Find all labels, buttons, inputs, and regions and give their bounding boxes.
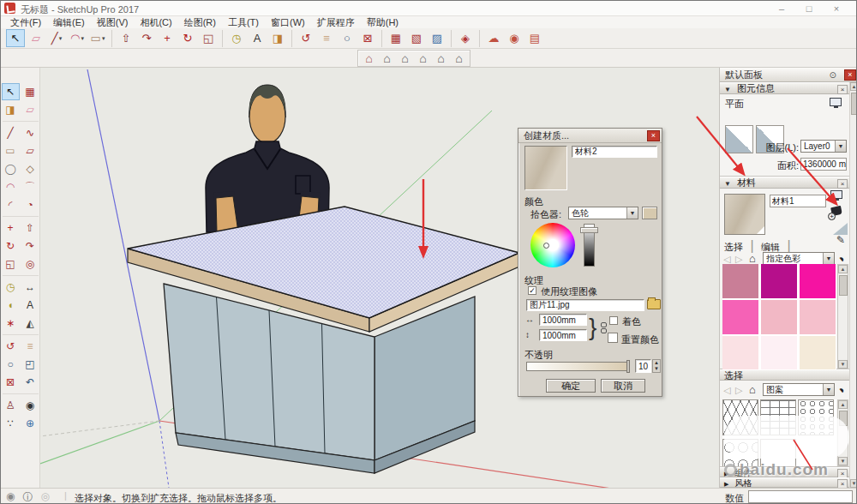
orbit-tool[interactable]: ↺ [297,29,315,47]
text-tool[interactable]: A [248,29,267,47]
chevron-down-icon[interactable]: ▼ [626,207,638,219]
menu-item-camera[interactable]: 相机(C) [134,16,177,28]
entity-info-header[interactable]: ▼ 图元信息 × [720,82,850,94]
material-swatch-9[interactable] [800,336,836,369]
material-swatch-2[interactable] [761,264,797,298]
component-attributes-tool[interactable]: ▨ [428,29,446,47]
front-view-tool[interactable]: ⌂ [396,51,414,66]
generate-report-tool[interactable]: ▤ [525,29,544,47]
orbit-tool[interactable]: ↺ [2,338,20,355]
collection-combobox[interactable]: 指定色彩 ▼ [763,252,835,265]
share-model-tool[interactable]: ☁ [484,29,503,47]
value-slider-handle[interactable] [580,227,598,233]
menu-item-tools[interactable]: 工具(T) [222,16,265,28]
opacity-slider-thumb[interactable] [626,360,630,373]
material-name-input[interactable] [572,146,657,158]
look-around-tool[interactable]: ◉ [21,397,39,414]
make-component-tool[interactable]: ▦ [21,83,39,100]
back-icon[interactable]: ◁ [723,385,730,396]
texture-file-input[interactable] [526,299,644,311]
move-tool[interactable]: + [158,29,177,47]
toggle-pane-icon[interactable] [830,98,842,106]
iso-view-tool[interactable]: ⌂ [360,51,378,66]
circle-tool[interactable]: ◯ [2,160,20,177]
scroll-thumb[interactable] [851,93,857,115]
home-icon[interactable]: ⌂ [749,383,756,396]
picker-combobox[interactable]: 色轮 ▼ [568,207,638,219]
aspect-lock-icon[interactable] [601,322,607,334]
use-texture-checkbox[interactable]: ✓ [528,286,536,295]
rectangle-tool[interactable]: ▭ [2,142,20,159]
chevron-down-icon[interactable]: ▼ [823,384,834,395]
materials-header[interactable]: ▼ 材料 × [720,177,850,189]
menu-item-window[interactable]: 窗口(W) [265,16,311,28]
tape-measure-tool[interactable]: ◷ [2,279,20,296]
chevron-down-icon[interactable]: ▼ [823,253,834,264]
color-wheel-marker[interactable] [543,243,549,249]
material-swatch-4[interactable] [722,300,758,334]
male-figure[interactable] [206,85,329,232]
zoom-window-tool[interactable]: ◰ [21,356,39,373]
material-swatch-6[interactable] [800,300,836,334]
tray-close-icon[interactable]: × [844,69,856,81]
scroll-up-icon[interactable]: ▲ [838,265,848,273]
push-pull-tool[interactable]: ⇧ [117,29,135,47]
menu-item-extensions[interactable]: 扩展程序 [311,16,361,28]
menu-item-help[interactable]: 帮助(H) [361,16,405,28]
material-swatch-5[interactable] [761,300,797,334]
pan-tool[interactable]: ≡ [317,29,336,47]
zoom-extents-tool[interactable]: ⊠ [358,29,377,47]
material-swatch-8[interactable] [761,336,797,369]
cancel-button[interactable]: 取消 [601,379,645,393]
move-tool[interactable]: + [2,219,20,237]
right-view-tool[interactable]: ⌂ [414,51,432,66]
scroll-up-icon[interactable]: ▲ [850,82,857,91]
protractor-tool[interactable]: ◖ [2,297,20,314]
arc-tool[interactable]: ◠▾ [68,29,87,47]
3d-text-tool[interactable]: ◭ [21,315,39,332]
rectangle-dropdown-icon[interactable]: ▾ [102,35,105,42]
zoom-tool[interactable]: ○ [338,29,357,47]
ok-button[interactable]: 确定 [546,379,596,393]
credits-status-icon[interactable]: ⓘ [22,490,33,504]
rotate-tool[interactable]: ↻ [2,237,20,255]
dialog-title[interactable]: 创建材质... [518,129,662,143]
secondary-pane-header[interactable]: 选择 [720,369,850,381]
make-component-tool[interactable]: ▦ [387,29,405,47]
pie-tool[interactable]: ◔ [21,196,39,213]
follow-me-tool[interactable]: ↷ [137,29,156,47]
opacity-slider[interactable] [526,362,629,371]
material-swatch-7[interactable] [722,336,758,369]
scroll-down-icon[interactable]: ▼ [838,360,848,369]
back-view-tool[interactable]: ⌂ [432,51,450,66]
tray-header[interactable]: 默认面板 ⊙ × [720,68,857,82]
line-dropdown-icon[interactable]: ▾ [59,35,63,42]
secondary-pane-icon[interactable] [830,190,842,199]
tray-scrollbar[interactable]: ▲ ▼ [849,82,857,488]
opacity-spinner[interactable]: ▲▼ [652,359,661,373]
browse-folder-icon[interactable] [647,299,661,309]
previous-view-tool[interactable]: ↶ [21,374,39,391]
front-face-thumbnail[interactable] [725,125,753,153]
zoom-tool[interactable]: ○ [2,356,20,373]
reset-color-label[interactable]: 重置颜色 [621,333,659,346]
geolocation-status-icon[interactable]: ◉ [6,490,15,504]
line-tool[interactable]: ╱ [2,124,20,141]
language-status-icon[interactable]: ◎ [40,490,49,504]
minimize-button[interactable]: – [770,2,793,15]
section-plane-tool[interactable]: ⊕ [21,415,39,432]
current-color-swatch[interactable] [642,207,657,219]
menu-item-file[interactable]: 文件(F) [4,16,47,28]
scroll-up-icon[interactable]: ▲ [838,400,848,409]
left-view-tool[interactable]: ⌂ [450,51,468,66]
scale-tool[interactable]: ◱ [199,29,218,47]
opacity-value-input[interactable] [635,359,651,373]
tape-measure-tool[interactable]: ◷ [227,29,246,47]
tab-edit[interactable]: 编辑 [761,242,780,252]
sample-paint-icon[interactable]: ✎ [836,234,845,246]
create-material-icon[interactable]: + [828,203,845,220]
material-swatch-1[interactable] [722,264,758,298]
paint-bucket-small-icon[interactable]: ◗ [835,382,848,397]
eraser-tool[interactable]: ▱ [27,29,45,47]
paint-bucket-tool[interactable]: ◨ [2,101,20,118]
